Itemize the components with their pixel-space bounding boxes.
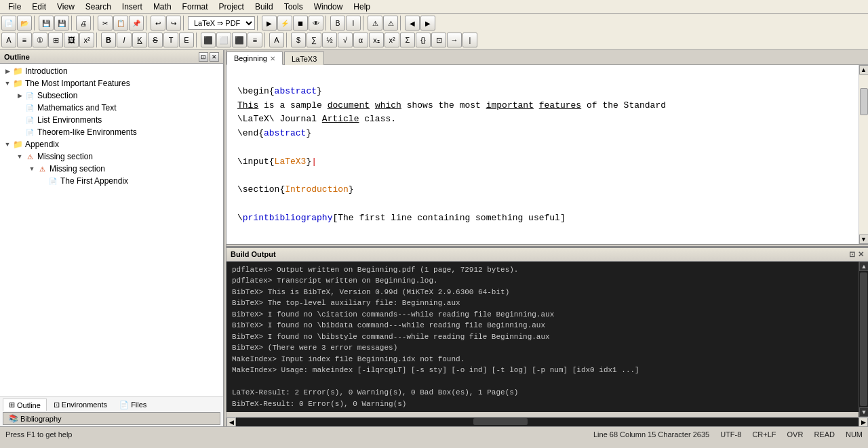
tab-outline[interactable]: ⊞ Outline	[3, 399, 47, 411]
bracket-button[interactable]: {}	[416, 33, 431, 47]
build-scroll-down-btn[interactable]: ▼	[859, 407, 868, 417]
build-float-btn[interactable]: ⊡	[849, 250, 855, 259]
outline-float-button[interactable]: ⊡	[199, 52, 208, 62]
expand-appendix[interactable]: ▼	[3, 140, 12, 149]
math-inline-button[interactable]: $	[291, 33, 306, 47]
tab-beginning[interactable]: Beginning ✕	[226, 52, 283, 65]
tree-item-missing-section2[interactable]: ▼ ⚠ Missing section	[0, 163, 223, 175]
menu-insert[interactable]: Insert	[117, 1, 148, 13]
nav-next-button[interactable]: ▶	[420, 16, 435, 30]
build-scroll-up-btn[interactable]: ▲	[859, 262, 868, 271]
appendix-label[interactable]: Appendix	[25, 140, 59, 149]
bold-button[interactable]: B	[101, 33, 116, 47]
expand-missing-section[interactable]: ▼	[15, 152, 24, 161]
save-button[interactable]: 💾	[39, 16, 54, 30]
first-appendix-label[interactable]: The First Appendix	[60, 176, 128, 186]
scroll-up-btn[interactable]: ▲	[859, 65, 869, 75]
cut-button[interactable]: ✂	[98, 16, 113, 30]
missing-section2-label[interactable]: Missing section	[50, 164, 105, 174]
align-right-button[interactable]: ⬛	[232, 33, 247, 47]
menu-window[interactable]: Window	[309, 1, 349, 13]
build-close-btn[interactable]: ✕	[858, 250, 864, 259]
expand-missing-section2[interactable]: ▼	[27, 164, 37, 174]
tt-button[interactable]: T	[163, 33, 178, 47]
menu-view[interactable]: View	[52, 1, 80, 13]
italic-button[interactable]: I	[117, 33, 132, 47]
horiz-scroll-left-btn[interactable]: ◀	[226, 418, 236, 427]
emphasis-button[interactable]: E	[179, 33, 194, 47]
strikethrough-button[interactable]: S	[148, 33, 163, 47]
tab-latex3[interactable]: LaTeX3	[284, 52, 324, 65]
color-button[interactable]: A	[269, 33, 284, 47]
bibtex-button[interactable]: B	[330, 16, 345, 30]
stop-button[interactable]: ⏹	[293, 16, 308, 30]
build-fast-button[interactable]: ⚡	[277, 16, 292, 30]
tree-item-theorem-env[interactable]: 📄 Theorem-like Environments	[0, 126, 223, 138]
tab-environments[interactable]: ⊡ Environments	[48, 399, 113, 411]
expand-first-appendix[interactable]	[38, 176, 47, 186]
underline-btn[interactable]: K	[132, 33, 147, 47]
spellcheck-button[interactable]: A	[1, 33, 16, 47]
superscript-button[interactable]: x²	[79, 33, 94, 47]
build-scrollbar[interactable]: ▲ ▼	[859, 262, 868, 418]
expand-math-text[interactable]	[15, 103, 24, 113]
tree-item-most-important[interactable]: ▼ 📁 The Most Important Features	[0, 77, 223, 89]
horiz-scroll-thumb[interactable]	[473, 418, 528, 425]
menu-search[interactable]: Search	[80, 1, 117, 13]
expand-subsection[interactable]: ▶	[15, 91, 24, 100]
tree-item-list-env[interactable]: 📄 List Environments	[0, 114, 223, 126]
undo-button[interactable]: ↩	[151, 16, 165, 30]
list-button[interactable]: ≡	[17, 33, 32, 47]
tree-item-missing-section[interactable]: ▼ ⚠ Missing section	[0, 150, 223, 163]
list-env-label[interactable]: List Environments	[37, 115, 102, 125]
greek-button[interactable]: α	[353, 33, 368, 47]
superscript2-button[interactable]: x²	[384, 33, 399, 47]
horiz-scroll-right-btn[interactable]: ▶	[859, 418, 868, 427]
tree-item-introduction[interactable]: ▶ 📁 Introduction	[0, 65, 223, 77]
enum-button[interactable]: ①	[33, 33, 47, 47]
align-left-button[interactable]: ⬛	[201, 33, 216, 47]
math-display-button[interactable]: ∑	[307, 33, 321, 47]
frac-button[interactable]: ½	[322, 33, 337, 47]
menu-tools[interactable]: Tools	[279, 1, 309, 13]
align-center-button[interactable]: ⬜	[216, 33, 231, 47]
justify-button[interactable]: ≡	[248, 33, 262, 47]
scrollbar-thumb[interactable]	[860, 88, 868, 115]
scroll-down-btn[interactable]: ▼	[859, 235, 869, 244]
error-next-button[interactable]: ⚠	[383, 16, 398, 30]
tab-bibliography[interactable]: 📚 Bibliography	[3, 412, 220, 425]
new-button[interactable]: 📄	[1, 16, 16, 30]
open-button[interactable]: 📂	[17, 16, 32, 30]
nav-prev-button[interactable]: ◀	[405, 16, 420, 30]
introduction-label[interactable]: Introduction	[25, 66, 68, 76]
build-scrollbar-thumb[interactable]	[860, 272, 867, 407]
save-all-button[interactable]: 💾	[54, 16, 69, 30]
matrix-button[interactable]: ⊡	[431, 33, 446, 47]
error-prev-button[interactable]: ⚠	[368, 16, 382, 30]
tab-files[interactable]: 📄 Files	[114, 399, 152, 411]
expand-introduction[interactable]: ▶	[3, 66, 12, 76]
tab-beginning-close[interactable]: ✕	[270, 55, 275, 62]
theorem-env-label[interactable]: Theorem-like Environments	[37, 127, 137, 137]
subsection-label[interactable]: Subsection	[37, 91, 77, 100]
menu-help[interactable]: Help	[348, 1, 376, 13]
redo-button[interactable]: ↪	[166, 16, 181, 30]
symbol-button[interactable]: Σ	[400, 33, 415, 47]
build-horiz-scrollbar[interactable]: ◀ ▶	[226, 417, 868, 426]
tree-item-subsection[interactable]: ▶ 📄 Subsection	[0, 89, 223, 102]
copy-button[interactable]: 📋	[113, 16, 128, 30]
most-important-label[interactable]: The Most Important Features	[25, 79, 130, 88]
sqrt-button[interactable]: √	[338, 33, 353, 47]
expand-most-important[interactable]: ▼	[3, 79, 12, 88]
editor-scrollbar[interactable]: ▲ ▼	[859, 65, 868, 244]
view-button[interactable]: 👁	[309, 16, 323, 30]
menu-format[interactable]: Format	[177, 1, 214, 13]
expand-list-env[interactable]	[15, 115, 24, 125]
delimiter-button[interactable]: |	[462, 33, 477, 47]
expand-theorem-env[interactable]	[15, 127, 24, 137]
figure-button[interactable]: 🖼	[64, 33, 79, 47]
build-button[interactable]: ▶	[262, 16, 277, 30]
build-combo[interactable]: LaTeX ⇒ PDF	[188, 16, 255, 30]
menu-file[interactable]: File	[3, 1, 26, 13]
print-button[interactable]: 🖨	[76, 16, 91, 30]
